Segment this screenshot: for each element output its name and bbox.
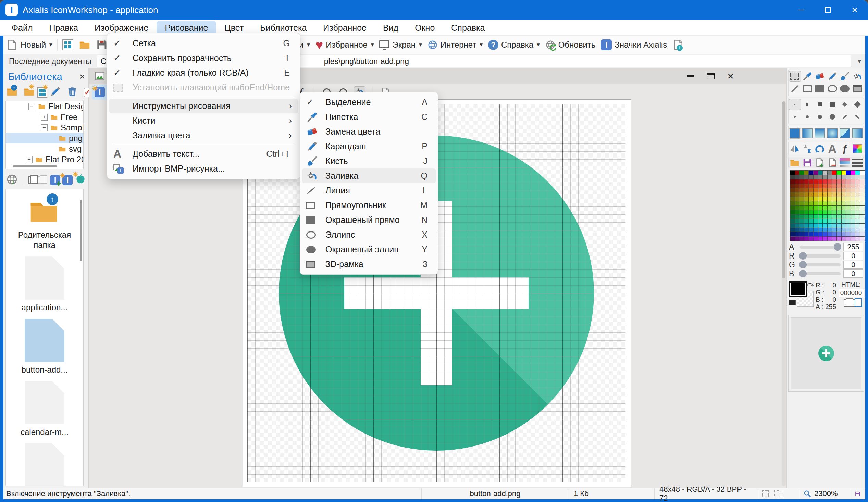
palette-color[interactable] (846, 215, 850, 219)
palette-color[interactable] (823, 215, 827, 219)
palette-color[interactable] (832, 188, 837, 192)
color-replace-tool[interactable] (814, 71, 826, 82)
palette-color[interactable] (860, 188, 865, 192)
size-1px[interactable] (789, 99, 801, 110)
palette-color[interactable] (799, 219, 804, 223)
flip-horizontal-button[interactable] (789, 143, 801, 154)
collapse-icon[interactable]: − (41, 124, 48, 131)
palette-color[interactable] (795, 201, 799, 206)
palette-color[interactable] (790, 188, 795, 192)
menu-color[interactable]: Цвет (216, 21, 252, 34)
alpha-value-field[interactable]: 255 (843, 243, 863, 251)
palette-color[interactable] (799, 170, 804, 175)
open-palette-button[interactable] (789, 157, 801, 168)
alpha-slider[interactable] (800, 245, 840, 249)
palette-color[interactable] (841, 219, 846, 223)
palette-color[interactable] (860, 170, 865, 175)
flip-vertical-button[interactable] (801, 143, 813, 154)
library-close-icon[interactable]: × (80, 71, 85, 82)
palette-color[interactable] (846, 188, 850, 192)
fill-gradient-h[interactable] (801, 128, 813, 139)
size-square-medium[interactable] (814, 99, 826, 110)
palette-color[interactable] (837, 237, 841, 241)
tree-item-flat-design[interactable]: − Flat Design (6, 101, 83, 112)
palette-color[interactable] (799, 228, 804, 232)
3d-frame-tool[interactable] (851, 83, 863, 94)
palette-color[interactable] (832, 223, 837, 228)
palette-color[interactable] (809, 232, 813, 236)
palette-color[interactable] (846, 210, 850, 215)
palette-color[interactable] (809, 192, 813, 197)
palette-color[interactable] (799, 192, 804, 197)
palette-color[interactable] (860, 206, 865, 210)
palette-color[interactable] (818, 175, 823, 179)
child-minimize-button[interactable] (687, 75, 694, 77)
palette-color[interactable] (832, 206, 837, 210)
palette-color[interactable] (814, 237, 818, 241)
palette-color[interactable] (860, 232, 865, 236)
list-item-application[interactable]: application... (6, 257, 83, 313)
status-zoom[interactable]: 2300% (798, 488, 849, 499)
palette-color[interactable] (795, 170, 799, 175)
palette-color[interactable] (823, 210, 827, 215)
palette-color[interactable] (837, 179, 841, 184)
palette-color[interactable] (851, 184, 855, 188)
palette-color[interactable] (841, 170, 846, 175)
palette-color[interactable] (790, 237, 795, 241)
palette-color[interactable] (804, 184, 809, 188)
palette-color[interactable] (799, 179, 804, 184)
palette-color[interactable] (851, 201, 855, 206)
palette-color[interactable] (837, 232, 841, 236)
palette-color[interactable] (795, 175, 799, 179)
palette-color[interactable] (818, 232, 823, 236)
palette-color[interactable] (828, 179, 832, 184)
palette-color[interactable] (832, 170, 837, 175)
palette-color[interactable] (790, 197, 795, 201)
palette-color[interactable] (855, 192, 860, 197)
palette-color[interactable] (818, 188, 823, 192)
favorites-button[interactable]: ♥ Избранное▾ (313, 37, 377, 52)
palette-color[interactable] (804, 223, 809, 228)
palette-color[interactable] (818, 223, 823, 228)
palette-color[interactable] (818, 219, 823, 223)
palette-color[interactable] (790, 210, 795, 215)
palette-color[interactable] (860, 237, 865, 241)
list-item-partial[interactable] (6, 443, 83, 486)
palette-color[interactable] (860, 197, 865, 201)
copy-icon[interactable] (29, 176, 32, 184)
palette-color[interactable] (837, 228, 841, 232)
palette-color[interactable] (855, 201, 860, 206)
palette-color[interactable] (851, 232, 855, 236)
palette-color[interactable] (841, 215, 846, 219)
palette-color[interactable] (809, 210, 813, 215)
filled-rectangle-tool[interactable] (814, 83, 826, 94)
palette-color[interactable] (828, 228, 832, 232)
palette-color[interactable] (828, 206, 832, 210)
color-adjust-button[interactable] (851, 143, 863, 154)
blue-slider[interactable] (800, 272, 840, 275)
gradient-list-button[interactable] (839, 157, 851, 168)
palette-color[interactable] (804, 206, 809, 210)
palette-color[interactable] (809, 197, 813, 201)
rectangle-tool[interactable] (801, 83, 813, 94)
palette-color[interactable] (818, 184, 823, 188)
palette-color[interactable] (860, 192, 865, 197)
download-button[interactable]: ↓ (6, 174, 18, 187)
palette-color[interactable] (837, 188, 841, 192)
palette-color[interactable] (814, 175, 818, 179)
palette-color[interactable] (832, 219, 837, 223)
palette-color[interactable] (790, 175, 795, 179)
palette-color[interactable] (860, 223, 865, 228)
internet-button[interactable]: Интернет▾ (425, 37, 485, 52)
palette-color[interactable] (860, 215, 865, 219)
palette-color[interactable] (804, 188, 809, 192)
palette-color[interactable] (851, 197, 855, 201)
palette-color[interactable] (851, 192, 855, 197)
menu-draw[interactable]: Рисование (156, 21, 216, 34)
palette-color[interactable] (809, 206, 813, 210)
document-tab-button-add[interactable]: I✳ (92, 85, 107, 100)
palette-color[interactable] (795, 206, 799, 210)
palette-color[interactable] (790, 201, 795, 206)
paste-color-icon[interactable] (852, 299, 859, 307)
palette-color[interactable] (855, 188, 860, 192)
